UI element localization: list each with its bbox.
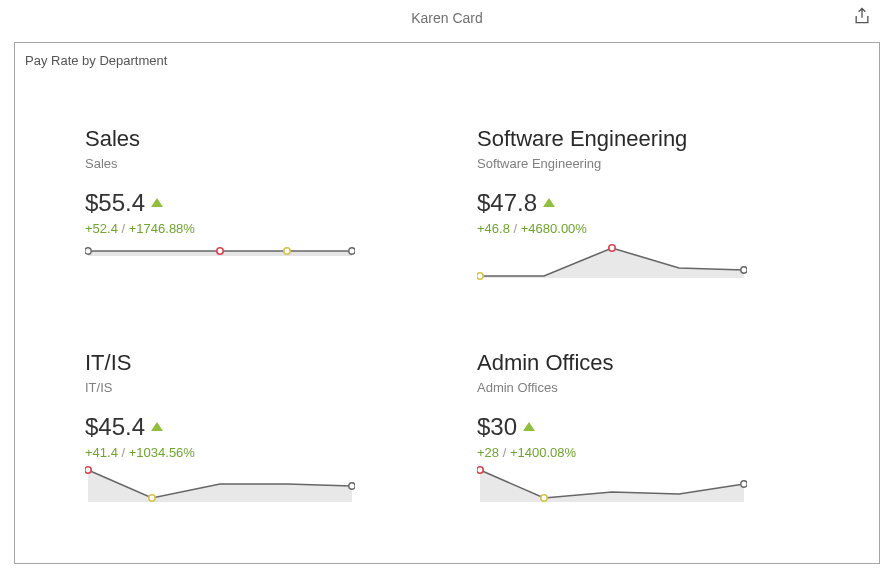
sparkline-sales bbox=[85, 242, 355, 280]
kpi-value-row: $47.8 bbox=[477, 189, 809, 217]
kpi-delta-sep: / bbox=[122, 221, 129, 236]
share-button[interactable] bbox=[852, 6, 874, 28]
kpi-delta-pct: +4680.00% bbox=[521, 221, 587, 236]
kpi-title: Software Engineering bbox=[477, 126, 809, 152]
page-header: Karen Card bbox=[0, 0, 894, 36]
svg-point-1 bbox=[85, 248, 91, 254]
kpi-subtitle: Software Engineering bbox=[477, 156, 809, 171]
kpi-value-row: $30 bbox=[477, 413, 809, 441]
kpi-delta-abs: +41.4 bbox=[85, 445, 118, 460]
svg-point-12 bbox=[349, 483, 355, 489]
kpi-title: Admin Offices bbox=[477, 350, 809, 376]
kpi-change: +46.8 / +4680.00% bbox=[477, 221, 809, 236]
sparkline-software-engineering bbox=[477, 242, 747, 280]
trend-up-icon bbox=[151, 422, 163, 431]
kpi-value-row: $45.4 bbox=[85, 413, 417, 441]
kpi-grid: Sales Sales $55.4 +52.4 / +1746.88% bbox=[15, 76, 879, 504]
kpi-value: $45.4 bbox=[85, 413, 145, 441]
svg-point-6 bbox=[477, 273, 483, 279]
trend-up-icon bbox=[151, 198, 163, 207]
svg-point-3 bbox=[284, 248, 290, 254]
trend-up-icon bbox=[543, 198, 555, 207]
svg-marker-9 bbox=[88, 470, 352, 502]
share-icon bbox=[852, 6, 872, 26]
svg-point-4 bbox=[349, 248, 355, 254]
kpi-admin-offices[interactable]: Admin Offices Admin Offices $30 +28 / +1… bbox=[477, 350, 809, 504]
trend-up-icon bbox=[523, 422, 535, 431]
svg-point-14 bbox=[477, 467, 483, 473]
kpi-delta-pct: +1746.88% bbox=[129, 221, 195, 236]
svg-point-10 bbox=[85, 467, 91, 473]
kpi-card: Pay Rate by Department Sales Sales $55.4… bbox=[14, 42, 880, 564]
kpi-it-is[interactable]: IT/IS IT/IS $45.4 +41.4 / +1034.56% bbox=[85, 350, 417, 504]
kpi-delta-pct: +1034.56% bbox=[129, 445, 195, 460]
kpi-value: $55.4 bbox=[85, 189, 145, 217]
kpi-subtitle: IT/IS bbox=[85, 380, 417, 395]
kpi-title: IT/IS bbox=[85, 350, 417, 376]
kpi-delta-pct: +1400.08% bbox=[510, 445, 576, 460]
kpi-change: +28 / +1400.08% bbox=[477, 445, 809, 460]
kpi-delta-abs: +46.8 bbox=[477, 221, 510, 236]
kpi-software-engineering[interactable]: Software Engineering Software Engineerin… bbox=[477, 126, 809, 280]
kpi-value: $47.8 bbox=[477, 189, 537, 217]
kpi-delta-sep: / bbox=[503, 445, 510, 460]
kpi-change: +52.4 / +1746.88% bbox=[85, 221, 417, 236]
kpi-delta-abs: +28 bbox=[477, 445, 499, 460]
kpi-delta-sep: / bbox=[122, 445, 129, 460]
svg-point-8 bbox=[741, 267, 747, 273]
sparkline-it-is bbox=[85, 466, 355, 504]
svg-marker-13 bbox=[480, 470, 744, 502]
kpi-delta-abs: +52.4 bbox=[85, 221, 118, 236]
kpi-delta-sep: / bbox=[514, 221, 521, 236]
kpi-sales[interactable]: Sales Sales $55.4 +52.4 / +1746.88% bbox=[85, 126, 417, 280]
card-title: Pay Rate by Department bbox=[15, 49, 879, 76]
svg-marker-5 bbox=[480, 248, 744, 278]
kpi-subtitle: Admin Offices bbox=[477, 380, 809, 395]
kpi-change: +41.4 / +1034.56% bbox=[85, 445, 417, 460]
svg-point-2 bbox=[217, 248, 223, 254]
svg-point-7 bbox=[609, 245, 615, 251]
kpi-title: Sales bbox=[85, 126, 417, 152]
page-title: Karen Card bbox=[411, 10, 483, 26]
sparkline-admin-offices bbox=[477, 466, 747, 504]
kpi-value: $30 bbox=[477, 413, 517, 441]
svg-point-15 bbox=[541, 495, 547, 501]
kpi-subtitle: Sales bbox=[85, 156, 417, 171]
svg-point-11 bbox=[149, 495, 155, 501]
svg-point-16 bbox=[741, 481, 747, 487]
kpi-value-row: $55.4 bbox=[85, 189, 417, 217]
